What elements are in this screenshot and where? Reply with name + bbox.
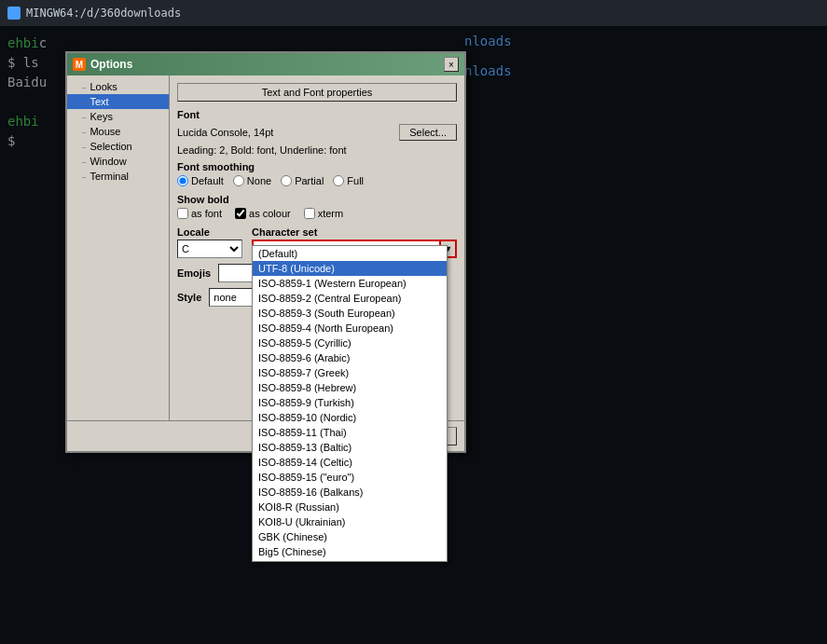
font-name-display: Lucida Console, 14pt (177, 127, 393, 138)
charset-option-iso2[interactable]: ISO-8859-2 (Central European) (253, 291, 447, 306)
smoothing-section: Font smoothing Default None Partial (177, 161, 457, 186)
smoothing-partial[interactable]: Partial (281, 175, 324, 186)
smoothing-none-radio[interactable] (233, 175, 244, 186)
nav-item-selection[interactable]: – Selection (67, 139, 169, 154)
charset-option-iso10[interactable]: ISO-8859-10 (Nordic) (253, 410, 447, 425)
nav-item-text[interactable]: – Text (67, 94, 169, 109)
nav-item-keys[interactable]: – Keys (67, 109, 169, 124)
smoothing-none[interactable]: None (233, 175, 271, 186)
charset-option-sjis[interactable]: SJIS (Japanese) (253, 559, 447, 562)
nav-panel: – Looks – Text – Keys – Mouse – Selectio… (67, 75, 170, 420)
content-panel: Text and Font properties Font Lucida Con… (170, 75, 464, 420)
show-bold-checkbox-row: as font as colour xterm (177, 208, 457, 219)
smoothing-full[interactable]: Full (333, 175, 364, 186)
style-label: Style (177, 292, 201, 303)
dialog-body: – Looks – Text – Keys – Mouse – Selectio… (67, 75, 464, 420)
dialog-close-button[interactable]: × (444, 57, 459, 72)
charset-dropdown: (Default) UTF-8 (Unicode) ISO-8859-1 (We… (252, 245, 448, 562)
charset-option-iso8[interactable]: ISO-8859-8 (Hebrew) (253, 380, 447, 395)
charset-option-iso1[interactable]: ISO-8859-1 (Western European) (253, 276, 447, 291)
charset-option-iso5[interactable]: ISO-8859-5 (Cyrillic) (253, 336, 447, 350)
charset-option-iso4[interactable]: ISO-8859-4 (North European) (253, 321, 447, 336)
charset-option-big5[interactable]: Big5 (Chinese) (253, 544, 447, 559)
terminal-titlebar: MINGW64:/d/360downloads (0, 0, 827, 26)
charset-option-iso16[interactable]: ISO-8859-16 (Balkans) (253, 485, 447, 500)
tab-text-font-properties[interactable]: Text and Font properties (177, 83, 457, 102)
charset-col: Character set ▼ (Default) UTF-8 (Unicode… (252, 226, 457, 258)
smoothing-radio-row: Default None Partial Full (177, 175, 457, 186)
locale-select[interactable]: C (177, 240, 242, 258)
font-select-button[interactable]: Select... (399, 124, 457, 141)
font-name-row: Lucida Console, 14pt Select... (177, 124, 457, 141)
charset-option-iso14[interactable]: ISO-8859-14 (Celtic) (253, 455, 447, 470)
bold-xterm[interactable]: xterm (304, 208, 344, 219)
show-bold-section: Show bold as font as colour xterm (177, 194, 457, 219)
nav-item-window[interactable]: – Window (67, 154, 169, 169)
charset-option-iso9[interactable]: ISO-8859-9 (Turkish) (253, 395, 447, 410)
bold-xterm-checkbox[interactable] (304, 208, 315, 219)
smoothing-partial-radio[interactable] (281, 175, 292, 186)
nav-item-terminal[interactable]: – Terminal (67, 169, 169, 184)
font-section-label: Font (177, 109, 457, 120)
charset-option-gbk[interactable]: GBK (Chinese) (253, 529, 447, 544)
charset-option-iso7[interactable]: ISO-8859-7 (Greek) (253, 365, 447, 380)
charset-option-iso15[interactable]: ISO-8859-15 ("euro") (253, 470, 447, 485)
charset-label: Character set (252, 226, 457, 238)
options-dialog: M Options × – Looks – Text – Keys – Mous… (65, 51, 466, 453)
nav-item-looks[interactable]: – Looks (67, 79, 169, 94)
charset-option-iso13[interactable]: ISO-8859-13 (Baltic) (253, 440, 447, 455)
charset-option-iso6[interactable]: ISO-8859-6 (Arabic) (253, 350, 447, 365)
dialog-titlebar-left: M Options (73, 58, 132, 71)
terminal-icon (7, 7, 21, 20)
emojis-label: Emojis (177, 267, 211, 279)
smoothing-default[interactable]: Default (177, 175, 224, 186)
bold-as-font[interactable]: as font (177, 208, 222, 219)
dialog-titlebar: M Options × (67, 53, 464, 75)
charset-option-iso11[interactable]: ISO-8859-11 (Thai) (253, 425, 447, 440)
dialog-icon: M (73, 58, 86, 71)
smoothing-label: Font smoothing (177, 161, 457, 172)
bold-as-font-checkbox[interactable] (177, 208, 188, 219)
charset-option-koi8u[interactable]: KOI8-U (Ukrainian) (253, 514, 447, 529)
bold-as-colour[interactable]: as colour (235, 208, 291, 219)
charset-option-utf8[interactable]: UTF-8 (Unicode) (253, 261, 447, 276)
smoothing-full-radio[interactable] (333, 175, 344, 186)
locale-col: Locale C (177, 226, 242, 258)
terminal-title: MINGW64:/d/360downloads (26, 7, 181, 20)
charset-option-iso3[interactable]: ISO-8859-3 (South European) (253, 306, 447, 321)
show-bold-label: Show bold (177, 194, 457, 205)
locale-charset-row: Locale C Character set ▼ (Default) UTF-8… (177, 226, 457, 258)
nav-item-mouse[interactable]: – Mouse (67, 124, 169, 139)
dialog-title: Options (90, 58, 132, 71)
charset-option-koi8r[interactable]: KOI8-R (Russian) (253, 500, 447, 514)
bold-as-colour-checkbox[interactable] (235, 208, 246, 219)
locale-label: Locale (177, 226, 242, 238)
smoothing-default-radio[interactable] (177, 175, 188, 186)
charset-option-default[interactable]: (Default) (253, 246, 447, 261)
font-details: Leading: 2, Bold: font, Underline: font (177, 144, 457, 156)
